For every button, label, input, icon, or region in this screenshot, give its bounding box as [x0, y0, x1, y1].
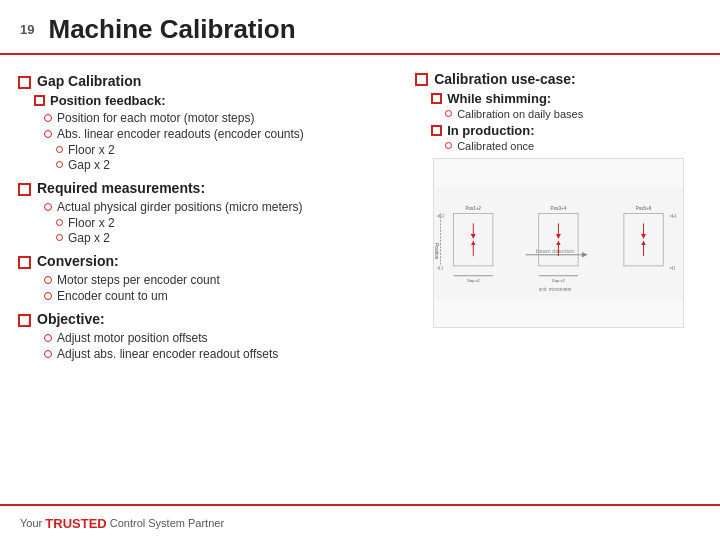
slide-number: 19 [20, 22, 34, 37]
bullet-icon [44, 334, 52, 342]
list-item: Gap x 2 [56, 158, 389, 172]
list-item: Floor x 2 [56, 216, 389, 230]
calibration-usecase-label: Calibration use-case: [434, 71, 576, 87]
while-shimming-label: While shimming: [447, 91, 551, 106]
conversion-header: Conversion: [18, 253, 389, 269]
position-feedback-header: Position feedback: [34, 93, 389, 108]
right-column: Calibration use-case: While shimming: Ca… [407, 65, 702, 363]
list-item: Gap x 2 [56, 231, 389, 245]
while-shimming-checkbox [431, 93, 442, 104]
bullet-icon [445, 142, 452, 149]
bullet-text: Abs. linear encoder readouts (encoder co… [57, 127, 304, 141]
sub-bullet-icon [56, 219, 63, 226]
list-item: Calibration on daily bases [445, 108, 702, 120]
list-item: Encoder count to um [44, 289, 389, 303]
footer: Your TRUSTED Control System Partner [0, 504, 720, 540]
bullet-text: Adjust motor position offsets [57, 331, 208, 345]
bullet-text: Motor steps per encoder count [57, 273, 220, 287]
gap-calibration-header: Gap Calibration [18, 73, 389, 89]
list-item: Adjust abs. linear encoder readout offse… [44, 347, 389, 361]
svg-text:beam direction: beam direction [536, 248, 575, 254]
gap-calibration-checkbox [18, 76, 31, 89]
footer-prefix: Your [20, 517, 42, 529]
svg-text:z[-]: z[-] [670, 265, 675, 270]
objective-header: Objective: [18, 311, 389, 327]
svg-text:Pos5+6: Pos5+6 [636, 206, 652, 211]
sub-bullet-icon [56, 146, 63, 153]
footer-trusted: TRUSTED [45, 516, 106, 531]
sub-bullet-text: Gap x 2 [68, 158, 110, 172]
in-production-label: In production: [447, 123, 534, 138]
sub-bullet-text: Floor x 2 [68, 216, 115, 230]
bullet-text: Calibration on daily bases [457, 108, 583, 120]
in-production-checkbox [431, 125, 442, 136]
calibration-usecase-header: Calibration use-case: [415, 71, 702, 87]
slide-header: 19 Machine Calibration [0, 0, 720, 55]
bullet-text: Actual physical girder positions (micro … [57, 200, 302, 214]
sub-bullet-text: Floor x 2 [68, 143, 115, 157]
list-item: Actual physical girder positions (micro … [44, 200, 389, 214]
footer-suffix: Control System Partner [110, 517, 224, 529]
svg-text:Position: Position [434, 243, 439, 260]
objective-label: Objective: [37, 311, 105, 327]
svg-text:z[+]: z[+] [670, 213, 676, 218]
bullet-icon [44, 130, 52, 138]
bullet-icon [44, 292, 52, 300]
in-production-header: In production: [431, 123, 702, 138]
position-feedback-checkbox [34, 95, 45, 106]
bullet-text: Encoder count to um [57, 289, 168, 303]
required-measurements-checkbox [18, 183, 31, 196]
svg-text:Gap x2: Gap x2 [467, 278, 480, 283]
diagram-area: beam direction Position Pos1+2 Pos3+4 Po… [433, 158, 684, 328]
objective-checkbox [18, 314, 31, 327]
gap-calibration-label: Gap Calibration [37, 73, 141, 89]
calibration-usecase-checkbox [415, 73, 428, 86]
conversion-label: Conversion: [37, 253, 119, 269]
list-item: Abs. linear encoder readouts (encoder co… [44, 127, 389, 141]
svg-text:z[+]: z[+] [437, 213, 443, 218]
required-measurements-label: Required measurements: [37, 180, 205, 196]
svg-text:Pos3+4: Pos3+4 [551, 206, 567, 211]
svg-text:Gap x2: Gap x2 [552, 278, 565, 283]
sub-bullet-icon [56, 161, 63, 168]
calibration-diagram: beam direction Position Pos1+2 Pos3+4 Po… [434, 159, 683, 327]
sub-bullet-icon [56, 234, 63, 241]
required-measurements-header: Required measurements: [18, 180, 389, 196]
list-item: Adjust motor position offsets [44, 331, 389, 345]
bullet-icon [44, 114, 52, 122]
list-item: Position for each motor (motor steps) [44, 111, 389, 125]
bullet-text: Adjust abs. linear encoder readout offse… [57, 347, 278, 361]
svg-text:unit: micrometer: unit: micrometer [539, 287, 572, 292]
list-item: Motor steps per encoder count [44, 273, 389, 287]
conversion-checkbox [18, 256, 31, 269]
page-title: Machine Calibration [48, 14, 295, 45]
svg-text:Pos1+2: Pos1+2 [466, 206, 482, 211]
bullet-icon [44, 276, 52, 284]
position-feedback-label: Position feedback: [50, 93, 166, 108]
left-column: Gap Calibration Position feedback: Posit… [18, 65, 397, 363]
sub-bullet-text: Gap x 2 [68, 231, 110, 245]
list-item: Calibrated once [445, 140, 702, 152]
bullet-icon [445, 110, 452, 117]
bullet-icon [44, 350, 52, 358]
bullet-text: Position for each motor (motor steps) [57, 111, 254, 125]
svg-text:z[-]: z[-] [437, 265, 442, 270]
bullet-text: Calibrated once [457, 140, 534, 152]
list-item: Floor x 2 [56, 143, 389, 157]
content-area: Gap Calibration Position feedback: Posit… [0, 55, 720, 363]
while-shimming-header: While shimming: [431, 91, 702, 106]
bullet-icon [44, 203, 52, 211]
